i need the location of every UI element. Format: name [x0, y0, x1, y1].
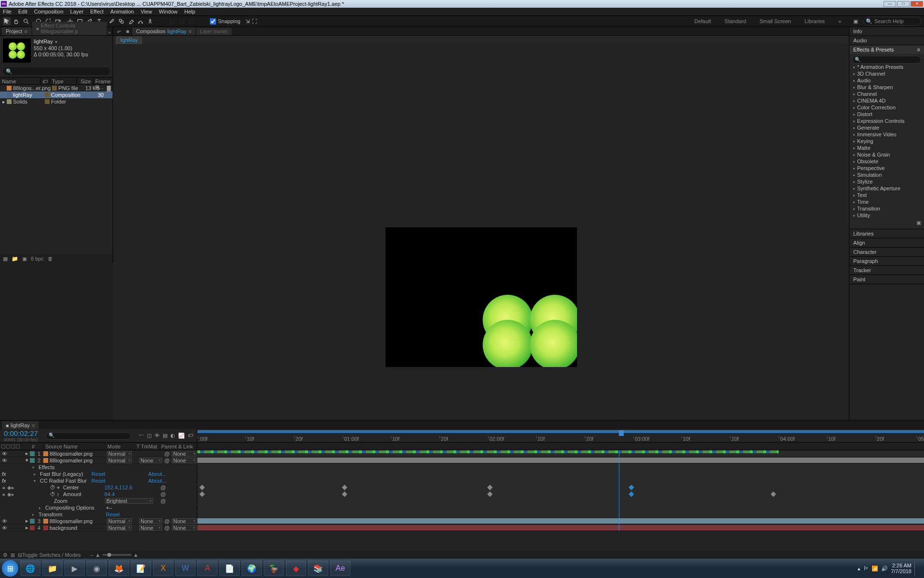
tracker-panel-header[interactable]: Tracker — [849, 266, 924, 275]
comp-mini-tab[interactable]: lightRay — [116, 37, 142, 44]
trash-icon[interactable]: 🗑 — [48, 256, 53, 262]
twirl-icon[interactable]: ▾ — [26, 457, 28, 463]
audio-column-icon[interactable] — [6, 445, 10, 448]
reset-link[interactable]: Reset — [106, 512, 160, 517]
brainstorm-icon[interactable]: 🏷 — [188, 433, 193, 439]
expression-pickwhip-icon[interactable]: @ — [160, 485, 167, 490]
frame-blend-icon[interactable]: ▤ — [163, 433, 167, 439]
bpc-toggle[interactable]: 8 bpc — [31, 256, 44, 262]
prop-amount[interactable]: ◂◆▸⏱ ↕Amount84.4@ — [0, 491, 924, 498]
preset-category[interactable]: ▸Channel — [852, 91, 921, 97]
parent-pickwhip-icon[interactable]: @ — [164, 458, 170, 463]
motion-blur-icon[interactable]: ◐ — [170, 433, 175, 439]
clock[interactable]: 2:26 AM7/7/2018 — [891, 563, 911, 574]
layer-bar[interactable] — [197, 450, 779, 453]
system-tray[interactable]: ▴ 🏳 📶 🔊 2:26 AM7/7/2018 — [854, 561, 922, 576]
task-wordpad[interactable]: 📄 — [219, 561, 240, 576]
preset-category[interactable]: ▸Stylize — [852, 178, 921, 185]
label-swatch[interactable] — [30, 451, 35, 456]
reset-link[interactable]: Reset — [91, 471, 116, 477]
zoom-slider[interactable] — [103, 554, 131, 556]
layer-row[interactable]: 👁 ▸ 1 88logosmaller.png Normal▾ @ None▾ — [0, 450, 924, 457]
visibility-column-icon[interactable] — [1, 445, 5, 448]
comp-marker-icon[interactable]: ■ — [124, 27, 131, 35]
menu-help[interactable]: Help — [184, 9, 195, 14]
menu-effect[interactable]: Effect — [90, 9, 103, 14]
about-link[interactable]: About... — [148, 471, 167, 477]
menu-layer[interactable]: Layer — [70, 9, 84, 14]
task-ae[interactable]: Ae — [330, 561, 350, 576]
blend-mode-dropdown[interactable]: Normal▾ — [107, 458, 132, 463]
center-value[interactable]: 152.4,112.6 — [104, 485, 158, 490]
project-item[interactable]: ▸ Solids Folder — [0, 98, 113, 105]
amount-value[interactable]: 84.4 — [104, 491, 158, 497]
twirl-icon[interactable]: ▸ — [26, 518, 28, 524]
libraries-panel-header[interactable]: Libraries — [849, 229, 924, 238]
eye-icon[interactable]: 👁 — [2, 451, 7, 457]
interpret-icon[interactable]: ▦ — [3, 256, 8, 262]
preset-category[interactable]: ▸3D Channel — [852, 70, 921, 77]
task-acrobat[interactable]: A — [197, 561, 218, 576]
character-panel-header[interactable]: Character — [849, 248, 924, 256]
menu-composition[interactable]: Composition — [34, 9, 64, 14]
graph-editor-icon[interactable]: 📈 — [178, 433, 185, 439]
eye-icon[interactable]: 👁 — [2, 525, 7, 531]
work-area[interactable] — [197, 430, 924, 433]
task-ie[interactable]: 🌐 — [20, 561, 40, 576]
task-explorer[interactable]: 📁 — [42, 561, 63, 576]
workspace-default[interactable]: Default — [688, 18, 718, 24]
task-globe[interactable]: 🌍 — [242, 561, 262, 576]
comp-mini-flowchart-icon[interactable]: ⬳ — [139, 433, 144, 439]
workspace-standard[interactable]: Standard — [718, 18, 753, 24]
workspace-libraries[interactable]: Libraries — [798, 18, 832, 24]
twirl-icon[interactable]: ▸ — [26, 450, 28, 457]
about-link[interactable]: About... — [148, 478, 167, 484]
project-item[interactable]: 88logos...er.png PNG file 13 KB ▓ — [0, 85, 113, 92]
hand-tool[interactable] — [13, 17, 20, 25]
project-item[interactable]: lightRay Composition 30 — [0, 92, 113, 98]
panel-menu-icon[interactable]: ≡ — [917, 47, 920, 53]
preset-category[interactable]: ▸CINEMA 4D — [852, 97, 921, 104]
preset-category[interactable]: ▸Immersive Video — [852, 131, 921, 138]
twirl-icon[interactable]: ▸ — [1, 99, 7, 105]
help-search[interactable]: 🔍 Search Help — [863, 17, 921, 26]
lock-column-icon[interactable] — [16, 445, 20, 448]
expression-pickwhip-icon[interactable]: @ — [160, 498, 167, 504]
snap-edge-icon[interactable]: ⇲ — [245, 18, 250, 25]
menu-window[interactable]: Window — [159, 9, 178, 14]
preset-category[interactable]: ▸Simulation — [852, 171, 921, 178]
preset-category[interactable]: ▸Blur & Sharpen — [852, 84, 921, 91]
new-bin-icon[interactable]: ▣ — [916, 220, 921, 225]
panel-layout-icon[interactable]: ▣ — [852, 17, 860, 25]
prop-zoom[interactable]: ZoomBrightest▾@ — [0, 498, 924, 504]
task-duck[interactable]: 🦆 — [264, 561, 284, 576]
zoom-dropdown[interactable]: Brightest▾ — [105, 498, 153, 504]
preset-category[interactable]: ▸Keying — [852, 138, 921, 144]
new-comp-icon[interactable]: ▣ — [22, 256, 27, 262]
menu-file[interactable]: File — [3, 9, 12, 14]
trkmat-dropdown[interactable]: None▾ — [139, 518, 162, 524]
preset-category[interactable]: ▸Text — [852, 192, 921, 198]
eraser-tool[interactable] — [127, 17, 135, 25]
preset-category[interactable]: ▸Expression Controls — [852, 118, 921, 124]
task-word[interactable]: W — [175, 561, 195, 576]
preset-category[interactable]: ▸Audio — [852, 77, 921, 84]
parent-dropdown[interactable]: None▾ — [172, 525, 197, 531]
snapping-checkbox[interactable] — [210, 18, 216, 25]
project-search[interactable]: 🔍 — [3, 67, 110, 75]
paragraph-panel-header[interactable]: Paragraph — [849, 257, 924, 265]
preset-category[interactable]: ▸Utility — [852, 212, 921, 219]
info-panel-header[interactable]: Info — [849, 27, 924, 36]
shy-icon[interactable]: 👁 — [154, 433, 160, 439]
parent-pickwhip-icon[interactable]: @ — [164, 451, 170, 457]
render-queue-icon[interactable]: ⊞ — [11, 552, 15, 558]
eye-icon[interactable]: 👁 — [2, 518, 7, 524]
preset-category[interactable]: ▸Noise & Grain — [852, 151, 921, 158]
preset-category[interactable]: ▸Matte — [852, 144, 921, 151]
roto-tool[interactable] — [137, 17, 144, 25]
parent-pickwhip-icon[interactable]: @ — [164, 518, 170, 524]
effects-presets-header[interactable]: Effects & Presets≡ — [849, 45, 924, 54]
label-swatch[interactable] — [52, 86, 57, 91]
snapping-toggle[interactable]: Snapping ⇲ ⛶ — [210, 18, 257, 25]
preset-category[interactable]: ▸Distort — [852, 111, 921, 118]
